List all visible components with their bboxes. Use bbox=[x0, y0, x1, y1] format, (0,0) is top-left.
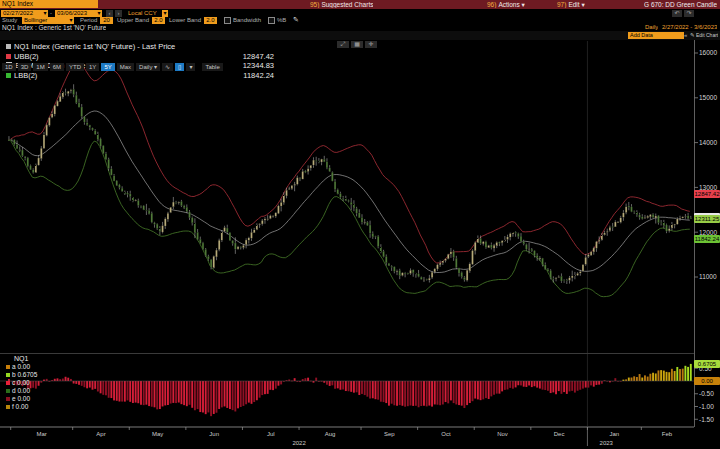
menu-number: 95) bbox=[310, 1, 319, 8]
lbb-price-badge: 11842.24 bbox=[694, 235, 720, 243]
end-date-input[interactable]: 03/06/2023 bbox=[55, 10, 97, 17]
osc-axis-label: -1.00 bbox=[699, 403, 714, 410]
legend-row-lbb[interactable]: LBB(2) 11842.24 bbox=[6, 71, 274, 81]
start-date-input[interactable]: 02/27/2022 bbox=[1, 10, 43, 17]
range-button-max[interactable]: Max bbox=[117, 63, 134, 71]
bloomberg-terminal-window: 1600015000140001300012000110000.500.00-0… bbox=[0, 0, 720, 449]
price-axis: 1600015000140001300012000110000.500.00-0… bbox=[695, 40, 718, 427]
currency-dropdown-arrow[interactable]: ▾ bbox=[162, 10, 168, 17]
range-button-1y[interactable]: 1Y bbox=[86, 63, 99, 71]
pencil-icon[interactable]: ✎ bbox=[690, 32, 695, 39]
legend-row-ubb[interactable]: UBB(2) 12847.42 bbox=[6, 52, 274, 62]
month-label: Mar bbox=[37, 431, 47, 437]
lower-legend-title: NQ1 bbox=[6, 355, 37, 363]
percent-b-checkbox[interactable] bbox=[268, 17, 275, 24]
range-button-1m[interactable]: 1M bbox=[33, 63, 47, 71]
price-axis-label: 14000 bbox=[699, 139, 717, 146]
candle-chart-icon[interactable]: ▯ bbox=[175, 63, 184, 71]
range-button-group: 1D3D1M6MYTD1Y5YMaxDaily ▾∿▯▾Table bbox=[2, 63, 223, 71]
series-marker bbox=[6, 73, 11, 78]
pencil-icon[interactable]: ✎ bbox=[293, 16, 299, 24]
osc-axis-label: -1.50 bbox=[699, 416, 714, 423]
range-button-5y[interactable]: 5Y bbox=[101, 63, 114, 71]
series-marker bbox=[6, 365, 10, 369]
range-button-6m[interactable]: 6M bbox=[50, 63, 64, 71]
series-marker bbox=[6, 405, 10, 409]
month-label: Apr bbox=[96, 431, 105, 437]
range-button-3d[interactable]: 3D bbox=[18, 63, 32, 71]
scroll-right-button[interactable]: › bbox=[115, 10, 122, 17]
oscillator-value-badge: 0.6705 bbox=[694, 360, 720, 368]
study-label: Study bbox=[2, 17, 17, 24]
menu-number: 97) bbox=[557, 1, 566, 8]
scroll-left-button[interactable]: ‹ bbox=[106, 10, 113, 17]
toolbar: 1D3D1M6MYTD1Y5YMaxDaily ▾∿▯▾Table Add Da… bbox=[0, 31, 720, 40]
month-label: Nov bbox=[497, 431, 508, 437]
price-axis-label: 11000 bbox=[699, 273, 717, 280]
chevron-down-icon: ▾ bbox=[522, 1, 525, 8]
month-label: Jan bbox=[610, 431, 620, 437]
month-label: Feb bbox=[662, 431, 673, 437]
start-date-stepper[interactable]: ▾ bbox=[42, 10, 48, 17]
time-axis: MarAprMayJunJulAugSepOctNovDecJanFeb2022… bbox=[0, 427, 694, 446]
study-select-arrow[interactable]: ▾ bbox=[68, 17, 74, 24]
year-label: 2022 bbox=[292, 440, 306, 446]
osc-axis-label: -0.50 bbox=[699, 390, 714, 397]
end-date-stepper[interactable]: ▾ bbox=[96, 10, 102, 17]
bandwidth-checkbox[interactable] bbox=[224, 17, 231, 24]
month-label: Jul bbox=[267, 431, 275, 437]
frequency-dropdown[interactable]: Daily ▾ bbox=[136, 63, 160, 71]
month-label: Aug bbox=[325, 431, 336, 437]
series-marker bbox=[6, 373, 10, 377]
menu-edit[interactable]: 97)Edit ▾ bbox=[557, 1, 585, 8]
edit-chart-button[interactable]: Edit Chart bbox=[696, 32, 718, 39]
legend-value: 12847.42 bbox=[243, 52, 274, 62]
annotate-icon[interactable]: ✛ bbox=[365, 41, 377, 48]
study-select[interactable]: Bollinger bbox=[22, 17, 68, 24]
chart-type-dropdown-arrow[interactable]: ▾ bbox=[186, 63, 195, 71]
period-input[interactable]: 20 bbox=[100, 17, 113, 24]
price-axis-label: 15000 bbox=[699, 94, 717, 101]
breadcrumb: NQ1 Index : Generic 1st 'NQ' Future bbox=[2, 24, 106, 31]
range-button-1d[interactable]: 1D bbox=[2, 63, 16, 71]
redo-icon[interactable]: ↷ bbox=[684, 10, 694, 17]
undo-icon[interactable]: ↶ bbox=[672, 10, 682, 17]
candles bbox=[8, 84, 692, 284]
series-marker bbox=[6, 54, 11, 59]
lower-band-label: Lower Band bbox=[169, 17, 201, 24]
expand-icon[interactable]: ⤢ bbox=[337, 41, 349, 48]
line-chart-icon[interactable]: ∿ bbox=[162, 63, 173, 71]
chart-template-name: G 670: DD Green Candle bbox=[644, 1, 717, 8]
date-range-readout: 2/27/2022 - 3/6/2023 bbox=[662, 24, 717, 31]
ubb-price-badge: 12847.42 bbox=[694, 190, 720, 198]
currency-dropdown[interactable]: Local CCY bbox=[128, 10, 157, 17]
frequency-readout: Daily bbox=[645, 24, 658, 31]
lower-legend-item-c: c 0.00 bbox=[6, 379, 37, 387]
upper-band-input[interactable]: 2.0 bbox=[152, 17, 165, 24]
add-data-input[interactable]: Add Data bbox=[628, 32, 684, 39]
menu-number: 96) bbox=[487, 1, 496, 8]
menu-actions[interactable]: 96)Actions ▾ bbox=[487, 1, 525, 8]
month-label: Sep bbox=[384, 431, 395, 437]
lower-legend-item-f: f 0.00 bbox=[6, 403, 37, 411]
oscillator-zero-badge: 0.00 bbox=[694, 377, 720, 385]
date-separator: - bbox=[50, 10, 52, 17]
month-label: May bbox=[152, 431, 163, 437]
lower-band-input[interactable]: 2.0 bbox=[204, 17, 217, 24]
oscillator-histogram bbox=[0, 364, 694, 416]
menu-suggested-charts[interactable]: 95)Suggested Charts bbox=[310, 1, 373, 8]
grid-icon[interactable]: ▦ bbox=[351, 41, 363, 48]
legend-value: 11842.24 bbox=[243, 71, 274, 81]
lower-legend-item-d: d 0.00 bbox=[6, 387, 37, 395]
legend-value: 12344.83 bbox=[243, 61, 274, 71]
collapse-icon[interactable]: « bbox=[684, 32, 687, 39]
chart-grid bbox=[0, 41, 694, 426]
lower-legend-item-e: e 0.00 bbox=[6, 395, 37, 403]
table-button[interactable]: Table bbox=[202, 63, 222, 71]
range-button-ytd[interactable]: YTD bbox=[66, 63, 84, 71]
lower-panel-legend: NQ1 a 0.00b 0.6705c 0.00d 0.00e 0.00f 0.… bbox=[6, 355, 37, 411]
percent-b-checkbox-label: %B bbox=[277, 17, 286, 24]
period-label: Period bbox=[80, 17, 97, 24]
security-input[interactable]: NQ1 Index bbox=[0, 0, 98, 8]
legend-row-title: NQ1 Index (Generic 1st 'NQ' Future) - La… bbox=[6, 42, 274, 52]
